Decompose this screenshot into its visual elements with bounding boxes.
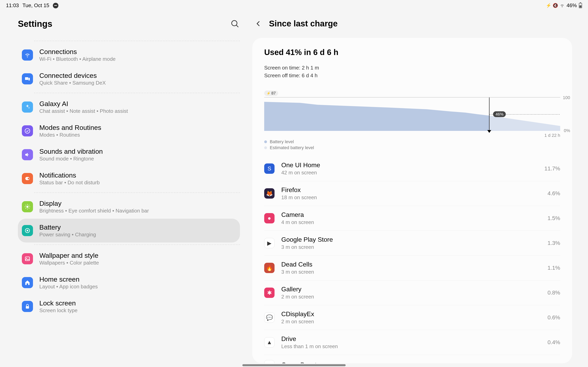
- svg-point-2: [25, 128, 30, 133]
- app-sub: 18 m on screen: [281, 194, 541, 200]
- svg-marker-20: [489, 116, 560, 131]
- sidebar-item-title: Display: [39, 200, 149, 207]
- screen-times: Screen on time: 2 h 1 m Screen off time:…: [264, 64, 560, 79]
- app-name: Gallery: [281, 286, 541, 293]
- battery-icon: [579, 3, 582, 8]
- app-row[interactable]: 🔥Dead Cells3 m on screen1.1%: [264, 256, 560, 280]
- svg-line-13: [29, 205, 29, 206]
- status-right: ⚡ 🔇 46%: [546, 2, 582, 8]
- sidebar-item-battery[interactable]: BatteryPower saving • Charging: [18, 219, 240, 242]
- app-icon: 🔥: [264, 263, 275, 273]
- app-name: CDisplayEx: [281, 310, 541, 318]
- mute-icon: 🔇: [553, 3, 558, 8]
- svg-rect-1: [28, 78, 30, 80]
- app-name: Firefox: [281, 186, 541, 194]
- chart-legend: Battery level Estimated battery level: [264, 139, 560, 150]
- chart-start-badge: 87: [264, 91, 278, 96]
- app-usage-list: SOne UI Home42 m on screen11.7%🦊Firefox1…: [264, 156, 560, 363]
- sidebar-item-title: Connected devices: [39, 72, 106, 79]
- settings-title: Settings: [18, 19, 52, 29]
- sidebar-item-sub: Screen lock type: [39, 308, 77, 314]
- sidebar-item-sub: Wi-Fi • Bluetooth • Airplane mode: [39, 56, 116, 62]
- app-pct: 1.1%: [547, 265, 560, 271]
- check-icon: [22, 125, 33, 136]
- app-row[interactable]: ▲DriveLess than 1 m on screen0.4%: [264, 330, 560, 355]
- app-icon: S: [264, 163, 275, 174]
- divider: [34, 41, 240, 41]
- chart-y-max: 100: [563, 95, 570, 100]
- app-icon: ✱: [264, 288, 275, 298]
- sidebar-item-notifications[interactable]: NotificationsStatus bar • Do not disturb: [18, 167, 240, 191]
- sidebar-item-sub: Wallpapers • Color palette: [39, 260, 99, 266]
- legend-dot-actual: [264, 140, 267, 143]
- sidebar-item-sub: Chat assist • Note assist • Photo assist: [39, 108, 128, 114]
- sidebar-item-sub: Layout • App icon badges: [39, 284, 98, 290]
- battery-icon: [22, 225, 33, 236]
- app-pct: 0.6%: [547, 314, 560, 321]
- sidebar-item-wallpaper-and-style[interactable]: Wallpaper and styleWallpapers • Color pa…: [18, 247, 240, 271]
- app-pct: 4.6%: [547, 190, 560, 197]
- detail-title: Since last charge: [269, 19, 338, 28]
- app-icon: ▶: [264, 238, 275, 248]
- app-icon: [264, 360, 275, 363]
- back-button[interactable]: [253, 19, 263, 28]
- no-charge-icon: ⚡: [546, 3, 551, 8]
- sidebar-item-title: Battery: [39, 223, 96, 231]
- sidebar-item-display[interactable]: DisplayBrightness • Eye comfort shield •…: [18, 195, 240, 219]
- app-icon: ▲: [264, 337, 275, 348]
- sidebar-item-title: Wallpaper and style: [39, 252, 99, 259]
- status-battery-pct: 46%: [567, 2, 577, 8]
- battery-chart[interactable]: 87 46% 100 0% 1 d 22 h: [264, 91, 560, 131]
- svg-rect-0: [25, 77, 28, 80]
- status-time: 11:03: [6, 2, 19, 8]
- sound-icon: [22, 149, 33, 160]
- svg-marker-19: [264, 102, 489, 131]
- sidebar-item-sub: Quick Share • Samsung DeX: [39, 80, 106, 86]
- app-row[interactable]: 💬CDisplayEx2 m on screen0.6%: [264, 305, 560, 330]
- app-row[interactable]: Game Booster: [264, 355, 560, 363]
- sidebar-item-title: Home screen: [39, 275, 98, 283]
- sidebar-item-title: Connections: [39, 48, 116, 56]
- app-icon: 💬: [264, 312, 275, 323]
- wifi-icon: [560, 3, 564, 8]
- svg-point-4: [28, 178, 29, 179]
- app-sub: 42 m on screen: [281, 170, 538, 176]
- svg-line-10: [26, 205, 26, 206]
- sidebar-item-title: Notifications: [39, 171, 100, 179]
- status-date: Tue, Oct 15: [22, 2, 49, 8]
- app-row[interactable]: ✱Gallery2 m on screen0.8%: [264, 280, 560, 305]
- svg-line-11: [29, 208, 29, 209]
- sidebar-item-home-screen[interactable]: Home screenLayout • App icon badges: [18, 271, 240, 294]
- app-row[interactable]: ●Camera4 m on screen1.5%: [264, 206, 560, 231]
- app-name: One UI Home: [281, 161, 538, 169]
- app-row[interactable]: 🦊Firefox18 m on screen4.6%: [264, 181, 560, 206]
- app-row[interactable]: SOne UI Home42 m on screen11.7%: [264, 156, 560, 181]
- search-button[interactable]: [230, 19, 240, 29]
- app-icon: 🦊: [264, 188, 275, 199]
- app-pct: 0.8%: [547, 290, 560, 296]
- status-left: 11:03 Tue, Oct 15: [6, 2, 59, 8]
- app-name: Game Booster: [281, 361, 554, 363]
- usage-summary: Used 41% in 6 d 6 h: [264, 48, 560, 57]
- legend-estimated: Estimated battery level: [270, 145, 314, 150]
- sidebar-item-connections[interactable]: ConnectionsWi-Fi • Bluetooth • Airplane …: [18, 43, 240, 67]
- sidebar-item-connected-devices[interactable]: Connected devicesQuick Share • Samsung D…: [18, 67, 240, 91]
- sidebar-item-sounds-and-vibration[interactable]: Sounds and vibrationSound mode • Rington…: [18, 143, 240, 167]
- app-name: Camera: [281, 211, 541, 218]
- app-name: Drive: [281, 335, 541, 342]
- sidebar-item-lock-screen[interactable]: Lock screenScreen lock type: [18, 294, 240, 318]
- app-row[interactable]: ▶Google Play Store3 m on screen1.3%: [264, 231, 560, 256]
- devices-icon: [22, 73, 33, 84]
- nav-handle[interactable]: [242, 364, 346, 366]
- detail-pane: Since last charge Used 41% in 6 d 6 h Sc…: [252, 11, 588, 366]
- app-sub: 4 m on screen: [281, 219, 541, 225]
- divider: [34, 93, 240, 93]
- sidebar-item-galaxy-ai[interactable]: Galaxy AIChat assist • Note assist • Pho…: [18, 95, 240, 119]
- sidebar-item-title: Galaxy AI: [39, 100, 128, 108]
- home-icon: [22, 277, 33, 288]
- app-sub: Less than 1 m on screen: [281, 343, 541, 350]
- sidebar-item-modes-and-routines[interactable]: Modes and RoutinesModes • Routines: [18, 119, 240, 143]
- svg-line-12: [26, 208, 26, 209]
- dnd-icon: [53, 3, 59, 8]
- svg-point-15: [27, 230, 28, 231]
